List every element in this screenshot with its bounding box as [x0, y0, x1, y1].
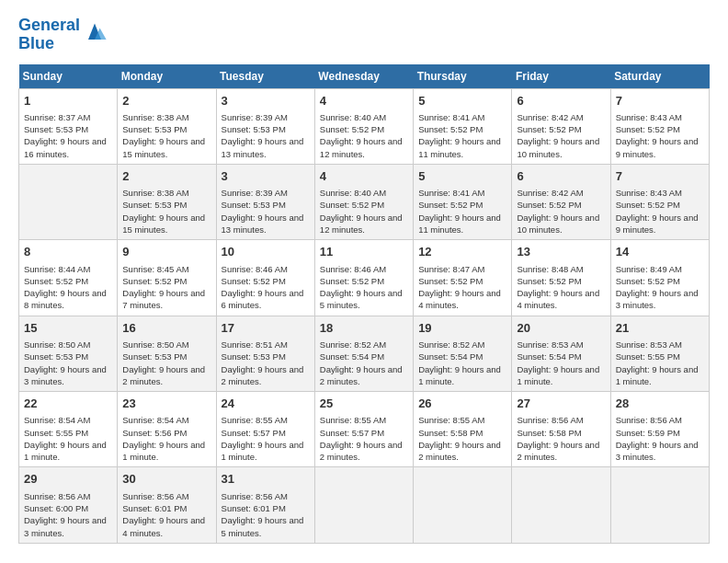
- day-info: Sunset: 5:54 PM: [517, 350, 605, 362]
- day-info: Sunrise: 8:52 AM: [418, 339, 506, 350]
- day-info: Sunrise: 8:48 AM: [517, 263, 605, 275]
- day-info: Sunrise: 8:50 AM: [24, 339, 112, 350]
- day-info: Sunrise: 8:46 AM: [320, 263, 408, 275]
- day-info: Sunset: 5:53 PM: [24, 123, 112, 135]
- day-info: Sunset: 5:52 PM: [418, 199, 506, 211]
- day-info: Sunrise: 8:41 AM: [418, 111, 506, 123]
- day-info: Daylight: 9 hours and 2 minutes.: [517, 439, 605, 464]
- day-info: Sunset: 5:55 PM: [616, 350, 704, 362]
- day-info: Sunrise: 8:56 AM: [24, 490, 112, 502]
- day-info: Daylight: 9 hours and 2 minutes.: [222, 363, 310, 388]
- day-info: Sunrise: 8:56 AM: [222, 490, 310, 502]
- day-info: Sunrise: 8:56 AM: [616, 414, 704, 426]
- calendar-cell-2-3: 11Sunrise: 8:46 AMSunset: 5:52 PMDayligh…: [314, 240, 413, 316]
- calendar-week-0: 1Sunrise: 8:37 AMSunset: 5:53 PMDaylight…: [19, 88, 710, 164]
- day-info: Sunrise: 8:44 AM: [24, 263, 112, 275]
- day-info: Sunrise: 8:53 AM: [517, 339, 605, 350]
- day-number: 22: [24, 396, 112, 412]
- day-info: Sunset: 5:58 PM: [418, 427, 506, 439]
- calendar-cell-1-3: 4Sunrise: 8:40 AMSunset: 5:52 PMDaylight…: [314, 164, 413, 239]
- day-info: Daylight: 9 hours and 1 minute.: [517, 363, 605, 388]
- calendar-cell-5-1: 30Sunrise: 8:56 AMSunset: 6:01 PMDayligh…: [118, 467, 216, 543]
- calendar-week-5: 29Sunrise: 8:56 AMSunset: 6:00 PMDayligh…: [19, 467, 710, 543]
- day-number: 6: [517, 168, 605, 185]
- day-info: Sunset: 6:01 PM: [222, 502, 310, 514]
- day-info: Sunset: 5:52 PM: [320, 123, 408, 135]
- day-info: Sunrise: 8:55 AM: [418, 414, 506, 426]
- day-number: 20: [517, 320, 605, 337]
- logo-text: General: [18, 17, 80, 35]
- logo-icon: [82, 20, 108, 46]
- day-info: Daylight: 9 hours and 13 minutes.: [222, 212, 310, 236]
- calendar-cell-5-5: [512, 467, 610, 543]
- day-info: Sunrise: 8:42 AM: [517, 111, 605, 123]
- day-info: Daylight: 9 hours and 1 minute.: [122, 439, 210, 464]
- day-info: Daylight: 9 hours and 3 minutes.: [24, 363, 112, 388]
- col-header-monday: Monday: [118, 64, 216, 89]
- calendar-week-3: 15Sunrise: 8:50 AMSunset: 5:53 PMDayligh…: [19, 316, 710, 391]
- calendar-cell-5-3: [314, 467, 413, 543]
- calendar-cell-2-2: 10Sunrise: 8:46 AMSunset: 5:52 PMDayligh…: [216, 240, 314, 316]
- day-number: 2: [122, 93, 210, 109]
- day-info: Sunset: 5:53 PM: [122, 123, 210, 135]
- day-info: Sunset: 6:00 PM: [24, 502, 112, 514]
- day-info: Sunrise: 8:41 AM: [418, 187, 506, 199]
- calendar-cell-4-1: 23Sunrise: 8:54 AMSunset: 5:56 PMDayligh…: [118, 392, 216, 467]
- day-info: Sunset: 5:52 PM: [616, 199, 704, 211]
- day-info: Sunset: 5:52 PM: [320, 199, 408, 211]
- day-number: 3: [222, 93, 310, 109]
- day-info: Daylight: 9 hours and 1 minute.: [616, 363, 704, 388]
- day-info: Sunrise: 8:46 AM: [222, 263, 310, 275]
- day-info: Sunrise: 8:49 AM: [616, 263, 704, 275]
- day-number: 8: [24, 244, 112, 260]
- calendar-week-1: 2Sunrise: 8:38 AMSunset: 5:53 PMDaylight…: [19, 164, 710, 239]
- day-info: Sunset: 5:53 PM: [122, 199, 210, 211]
- col-header-sunday: Sunday: [19, 64, 118, 89]
- day-info: Sunrise: 8:39 AM: [222, 187, 310, 199]
- day-info: Sunset: 5:57 PM: [222, 427, 310, 439]
- calendar-cell-1-2: 3Sunrise: 8:39 AMSunset: 5:53 PMDaylight…: [216, 164, 314, 239]
- day-info: Sunset: 5:52 PM: [320, 275, 408, 287]
- calendar-cell-5-4: [414, 467, 512, 543]
- day-info: Sunset: 5:59 PM: [616, 427, 704, 439]
- calendar-cell-3-0: 15Sunrise: 8:50 AMSunset: 5:53 PMDayligh…: [19, 316, 118, 391]
- day-number: 30: [122, 471, 210, 488]
- day-number: 10: [222, 244, 310, 260]
- day-info: Sunset: 5:58 PM: [517, 427, 605, 439]
- day-info: Sunrise: 8:43 AM: [616, 187, 704, 199]
- calendar-cell-4-4: 26Sunrise: 8:55 AMSunset: 5:58 PMDayligh…: [414, 392, 512, 467]
- day-info: Daylight: 9 hours and 8 minutes.: [24, 287, 112, 312]
- day-info: Sunset: 5:52 PM: [517, 123, 605, 135]
- calendar-week-2: 8Sunrise: 8:44 AMSunset: 5:52 PMDaylight…: [19, 240, 710, 316]
- day-info: Daylight: 9 hours and 4 minutes.: [122, 514, 210, 539]
- day-info: Daylight: 9 hours and 12 minutes.: [320, 212, 408, 236]
- day-number: 29: [24, 471, 112, 488]
- day-number: 13: [517, 244, 605, 260]
- day-info: Daylight: 9 hours and 6 minutes.: [222, 287, 310, 312]
- day-info: Daylight: 9 hours and 3 minutes.: [616, 287, 704, 312]
- calendar-cell-3-3: 18Sunrise: 8:52 AMSunset: 5:54 PMDayligh…: [314, 316, 413, 391]
- calendar-cell-2-6: 14Sunrise: 8:49 AMSunset: 5:52 PMDayligh…: [610, 240, 709, 316]
- day-info: Sunset: 5:57 PM: [320, 427, 408, 439]
- day-info: Daylight: 9 hours and 15 minutes.: [122, 212, 210, 236]
- day-info: Sunrise: 8:38 AM: [122, 187, 210, 199]
- calendar-cell-0-0: 1Sunrise: 8:37 AMSunset: 5:53 PMDaylight…: [19, 88, 118, 164]
- day-info: Sunrise: 8:50 AM: [122, 339, 210, 350]
- day-number: 12: [418, 244, 506, 260]
- calendar-cell-4-2: 24Sunrise: 8:55 AMSunset: 5:57 PMDayligh…: [216, 392, 314, 467]
- calendar-cell-1-0: [19, 164, 118, 239]
- calendar-week-4: 22Sunrise: 8:54 AMSunset: 5:55 PMDayligh…: [19, 392, 710, 467]
- day-info: Sunrise: 8:38 AM: [122, 111, 210, 123]
- day-number: 24: [222, 396, 310, 412]
- day-info: Sunset: 5:52 PM: [222, 275, 310, 287]
- col-header-thursday: Thursday: [414, 64, 512, 89]
- day-number: 7: [616, 93, 704, 109]
- day-info: Daylight: 9 hours and 15 minutes.: [122, 135, 210, 160]
- calendar-cell-4-3: 25Sunrise: 8:55 AMSunset: 5:57 PMDayligh…: [314, 392, 413, 467]
- day-number: 1: [24, 93, 112, 109]
- calendar-cell-3-2: 17Sunrise: 8:51 AMSunset: 5:53 PMDayligh…: [216, 316, 314, 391]
- day-number: 19: [418, 320, 506, 337]
- day-info: Sunrise: 8:56 AM: [122, 490, 210, 502]
- calendar-cell-3-4: 19Sunrise: 8:52 AMSunset: 5:54 PMDayligh…: [414, 316, 512, 391]
- calendar-cell-5-0: 29Sunrise: 8:56 AMSunset: 6:00 PMDayligh…: [19, 467, 118, 543]
